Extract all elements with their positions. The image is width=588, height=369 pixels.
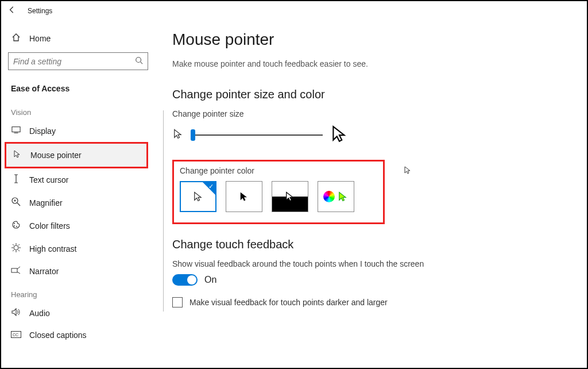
sidebar: Home Ease of Access Vision Display Mouse… xyxy=(1,20,155,369)
sidebar-item-label: Mouse pointer xyxy=(30,151,82,160)
sidebar-item-label: Color filters xyxy=(29,221,70,230)
text-cursor-icon xyxy=(11,174,21,186)
contrast-icon xyxy=(11,243,21,255)
narrator-icon xyxy=(11,266,21,276)
svg-line-17 xyxy=(18,250,20,251)
sidebar-item-label: Audio xyxy=(29,309,50,318)
sidebar-category: Ease of Access xyxy=(8,78,148,100)
pointer-size-slider[interactable] xyxy=(191,134,323,136)
sidebar-item-magnifier[interactable]: Magnifier xyxy=(8,191,148,214)
sidebar-item-display[interactable]: Display xyxy=(8,120,148,142)
search-icon xyxy=(135,56,143,66)
pointer-color-white[interactable]: ✓ xyxy=(180,181,216,212)
back-icon[interactable] xyxy=(8,6,16,16)
sidebar-item-label: Narrator xyxy=(29,267,59,276)
toggle-on-label: On xyxy=(204,275,216,285)
svg-rect-20 xyxy=(11,268,17,272)
sidebar-item-narrator[interactable]: Narrator xyxy=(8,260,148,282)
cc-icon: CC xyxy=(11,330,21,340)
window-title: Settings xyxy=(28,7,52,15)
slider-thumb[interactable] xyxy=(191,129,195,141)
touch-darker-checkbox[interactable] xyxy=(172,297,183,308)
svg-line-16 xyxy=(13,244,14,245)
svg-point-8 xyxy=(14,223,15,224)
sidebar-item-mouse-pointer[interactable]: Mouse pointer xyxy=(5,142,148,168)
page-subtitle: Make mouse pointer and touch feedback ea… xyxy=(172,59,570,68)
search-box[interactable] xyxy=(8,52,148,70)
sidebar-item-text-cursor[interactable]: Text cursor xyxy=(8,168,148,191)
touch-feedback-toggle[interactable] xyxy=(172,274,198,286)
sidebar-item-audio[interactable]: Audio xyxy=(8,302,148,324)
pointer-large-icon xyxy=(330,124,349,146)
svg-rect-2 xyxy=(12,127,20,132)
svg-point-11 xyxy=(14,245,18,250)
main-content: Mouse pointer Make mouse pointer and tou… xyxy=(155,20,587,369)
sidebar-item-label: Closed captions xyxy=(29,330,87,340)
pointer-color-inverted[interactable] xyxy=(272,181,308,212)
section-size-color: Change pointer size and color xyxy=(172,88,570,101)
divider xyxy=(163,110,164,312)
page-title: Mouse pointer xyxy=(172,30,570,49)
sidebar-item-label: Text cursor xyxy=(29,175,68,184)
svg-text:CC: CC xyxy=(13,333,18,337)
sidebar-item-color-filters[interactable]: Color filters xyxy=(8,214,148,237)
svg-point-9 xyxy=(14,225,15,226)
home-icon xyxy=(11,33,21,44)
audio-icon xyxy=(11,308,21,318)
svg-point-10 xyxy=(16,226,17,227)
pointer-color-options: ✓ xyxy=(180,181,377,212)
svg-point-0 xyxy=(136,57,141,63)
magnifier-icon xyxy=(11,197,21,209)
titlebar: Settings xyxy=(1,1,587,20)
pointer-color-section: Change pointer color ✓ xyxy=(172,160,385,224)
section-touch-feedback: Change touch feedback xyxy=(172,238,570,251)
sidebar-item-label: Magnifier xyxy=(29,198,63,207)
svg-line-1 xyxy=(141,62,143,64)
monitor-icon xyxy=(11,126,21,136)
checkbox-label: Make visual feedback for touch points da… xyxy=(189,298,388,307)
cursor-icon xyxy=(403,166,412,177)
sidebar-group-vision: Vision xyxy=(8,100,148,120)
label-pointer-color: Change pointer color xyxy=(180,166,377,175)
sidebar-item-label: Display xyxy=(29,126,56,136)
svg-line-5 xyxy=(17,203,20,206)
touch-description: Show visual feedback around the touch po… xyxy=(172,259,570,268)
pointer-color-black[interactable] xyxy=(226,181,262,212)
sidebar-group-hearing: Hearing xyxy=(8,282,148,302)
sidebar-home[interactable]: Home xyxy=(8,27,148,50)
search-input[interactable] xyxy=(13,57,135,66)
sidebar-item-high-contrast[interactable]: High contrast xyxy=(8,237,148,260)
pointer-small-icon xyxy=(172,128,184,142)
pointer-color-custom[interactable] xyxy=(318,181,354,212)
sidebar-home-label: Home xyxy=(29,34,51,43)
sidebar-item-label: High contrast xyxy=(29,244,76,253)
svg-line-19 xyxy=(18,244,20,245)
sidebar-item-closed-captions[interactable]: CC Closed captions xyxy=(8,324,148,346)
mouse-pointer-icon xyxy=(12,149,22,161)
touch-darker-checkbox-row[interactable]: Make visual feedback for touch points da… xyxy=(172,297,570,308)
svg-line-18 xyxy=(13,250,14,251)
label-pointer-size: Change pointer size xyxy=(172,109,570,118)
palette-icon xyxy=(11,220,21,232)
touch-feedback-toggle-row: On xyxy=(172,274,570,286)
pointer-size-slider-row xyxy=(172,124,570,146)
